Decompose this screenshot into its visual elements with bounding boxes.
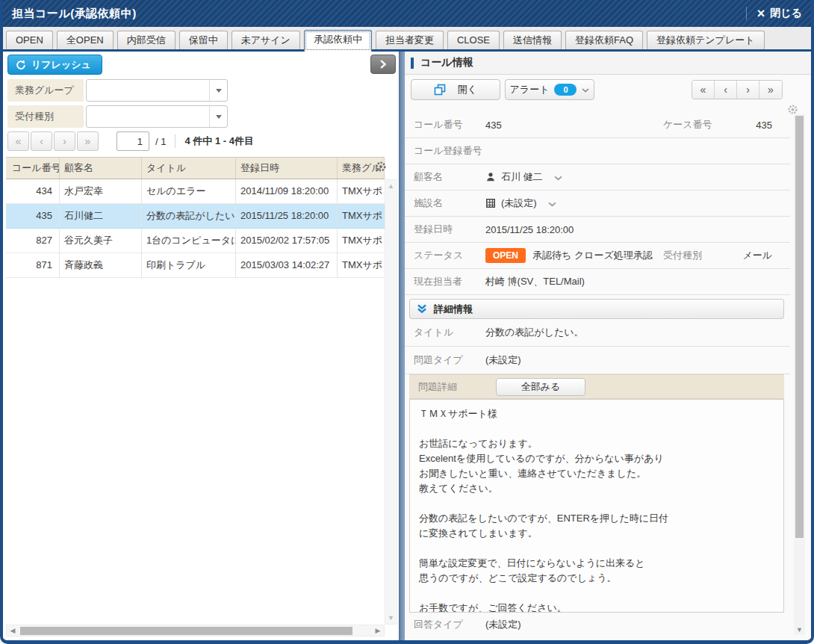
table-horizontal-scrollbar[interactable]: ◀ ▶: [6, 625, 385, 637]
last-page-button[interactable]: »: [77, 131, 99, 151]
answer-type-label: 回答タイプ: [414, 618, 485, 631]
cell-group: TMXサポ: [338, 253, 385, 278]
call-info-toolbar: 開く アラート 0 « ‹ › »: [405, 79, 811, 100]
table-row-selected[interactable]: 435 石川健二 分数の表記がしたい。 2015/11/25 18:20:00 …: [6, 204, 385, 229]
field-row-title: タイトル 分数の表記がしたい。: [405, 319, 790, 347]
vertical-scroll-thumb[interactable]: [795, 116, 804, 538]
cell-customer: 谷元久美子: [60, 229, 142, 253]
tab-on-hold[interactable]: 保留中: [179, 31, 228, 49]
title-bar: 担当コール(承認依頼中) × 閉じる: [0, 0, 814, 27]
column-header-title[interactable]: タイトル: [142, 158, 236, 179]
table-row[interactable]: 434 水戸宏幸 セルのエラー 2014/11/09 18:20:00 TMXサ…: [6, 179, 385, 204]
prev-record-button[interactable]: ‹: [715, 81, 737, 99]
scroll-right-arrow[interactable]: ▶: [372, 625, 384, 636]
pager-divider: [175, 134, 175, 148]
prev-page-button[interactable]: ‹: [31, 131, 52, 151]
first-page-button[interactable]: «: [7, 131, 29, 151]
refresh-button[interactable]: リフレッシュ: [7, 55, 102, 75]
combo-arrow-button[interactable]: [209, 80, 227, 101]
status-label: ステータス: [414, 249, 485, 262]
last-record-button[interactable]: »: [759, 81, 782, 99]
alert-count-badge: 0: [554, 84, 577, 96]
scroll-up-arrow[interactable]: ▲: [385, 180, 397, 192]
cell-group: TMXサポ: [338, 204, 385, 229]
call-info-header: コール情報: [405, 52, 811, 75]
cell-title: セルのエラー: [142, 179, 236, 204]
business-group-select[interactable]: [86, 79, 228, 102]
page-number-input[interactable]: [116, 131, 149, 151]
customer-name-label: 顧客名: [414, 170, 485, 184]
detail-vertical-scrollbar[interactable]: ▼: [794, 114, 805, 635]
scroll-down-arrow[interactable]: ▼: [794, 626, 805, 634]
open-button[interactable]: 開く: [411, 79, 500, 100]
collapse-panel-button[interactable]: [370, 55, 396, 74]
list-pagination: « ‹ › » / 1 4 件中 1 - 4件目: [7, 131, 254, 151]
chevron-down-icon[interactable]: [554, 176, 562, 181]
column-header-customer[interactable]: 顧客名: [60, 158, 142, 179]
filter-row-business-group: 業務グループ: [7, 79, 228, 102]
table-settings-gear-icon[interactable]: [375, 161, 387, 175]
chevron-down-icon[interactable]: [548, 202, 556, 207]
call-info-panel: コール情報 開く アラート 0 «: [405, 52, 811, 640]
tab-change-assignee[interactable]: 担当者変更: [376, 31, 444, 49]
call-fields: コール番号 435 ケース番号 435 コール登録番号 顧客名: [405, 112, 790, 637]
table-row[interactable]: 827 谷元久美子 1台のコンピュータに Win 2015/02/02 17:5…: [6, 229, 385, 253]
facility-name-value[interactable]: (未設定): [501, 196, 537, 210]
field-case-number: ケース番号 435: [663, 118, 787, 131]
tab-register-faq[interactable]: 登録依頼FAQ: [565, 31, 643, 49]
call-table: コール番号 顧客名 タイトル 登録日時 業務グル 434 水戸宏幸 セルのエラー…: [6, 157, 385, 278]
tab-close[interactable]: CLOSE: [447, 31, 500, 49]
column-header-date[interactable]: 登録日時: [236, 158, 338, 179]
tab-approval-pending[interactable]: 承認依頼中: [304, 30, 372, 52]
next-record-button[interactable]: ›: [737, 81, 759, 99]
call-list-panel: リフレッシュ 業務グループ 受付種別: [3, 52, 399, 640]
accept-type-select[interactable]: [86, 105, 228, 128]
titlebar-separator: [746, 7, 747, 20]
header-accent-bar: [411, 58, 414, 69]
column-header-call-no[interactable]: コール番号: [6, 158, 60, 179]
panel-splitter[interactable]: [399, 52, 405, 640]
field-accept-type: 受付種別 メール: [663, 249, 787, 262]
scroll-down-arrow[interactable]: ▼: [385, 612, 397, 624]
accept-type-label: 受付種別: [7, 105, 84, 128]
open-label: 開く: [458, 83, 477, 96]
cell-call-no: 827: [6, 229, 60, 253]
window-title: 担当コール(承認依頼中): [12, 7, 137, 21]
cell-customer: 石川健二: [60, 204, 142, 229]
call-reg-number-label: コール登録番号: [414, 144, 485, 158]
triangle-down-icon: [216, 115, 222, 119]
close-button[interactable]: × 閉じる: [757, 7, 802, 20]
accept-type-value: メール: [735, 249, 787, 262]
detail-section-title: 詳細情報: [434, 303, 473, 316]
tab-register-template[interactable]: 登録依頼テンプレート: [647, 31, 765, 49]
table-vertical-scrollbar[interactable]: ▲ ▼: [385, 179, 397, 625]
tab-internal-receive[interactable]: 内部受信: [117, 31, 175, 49]
detail-section-toggle[interactable]: 詳細情報: [409, 299, 784, 319]
status-text: 承認待ち クローズ処理承認: [532, 249, 653, 262]
next-page-button[interactable]: ›: [54, 131, 75, 151]
cell-date: 2015/02/02 17:57:05: [236, 229, 338, 253]
person-icon: [485, 172, 496, 182]
reg-date-value: 2015/11/25 18:20:00: [485, 224, 574, 235]
filter-row-accept-type: 受付種別: [7, 105, 228, 128]
app-window: 担当コール(承認依頼中) × 閉じる OPEN 全OPEN 内部受信 保留中 未…: [0, 0, 814, 644]
table-row[interactable]: 871 斉藤政義 印刷トラブル 2015/03/03 14:02:27 TMXサ…: [6, 253, 385, 278]
alert-label: アラート: [510, 83, 550, 96]
customer-name-value[interactable]: 石川 健二: [501, 170, 543, 184]
alert-dropdown-button[interactable]: アラート 0: [505, 79, 594, 100]
view-all-button[interactable]: 全部みる: [496, 378, 585, 396]
scroll-left-arrow[interactable]: ◀: [7, 625, 19, 636]
title-value: 分数の表記がしたい。: [485, 326, 584, 339]
tab-open[interactable]: OPEN: [6, 31, 53, 49]
status-badge: OPEN: [485, 248, 526, 263]
accept-type-label: 受付種別: [663, 249, 735, 262]
horizontal-scroll-thumb[interactable]: [20, 627, 352, 635]
first-record-button[interactable]: «: [692, 81, 715, 99]
tab-send-info[interactable]: 送信情報: [503, 31, 562, 49]
combo-arrow-button[interactable]: [209, 106, 227, 127]
tab-unassigned[interactable]: 未アサイン: [232, 31, 300, 49]
assignee-value: 村崎 博(SV、TEL/Mail): [485, 275, 585, 288]
field-row-facility: 施設名 (未設定): [405, 191, 790, 217]
tab-all-open[interactable]: 全OPEN: [57, 31, 114, 49]
field-row-problem-type: 問題タイプ (未設定): [405, 347, 790, 374]
